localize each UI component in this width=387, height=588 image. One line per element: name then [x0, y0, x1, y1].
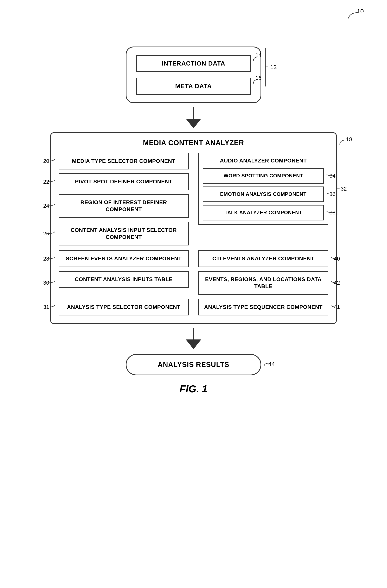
results-label: ANALYSIS RESULTS — [158, 361, 229, 369]
audio-analyzer-box: AUDIO ANALYZER COMPONENT WORD SPOTTING C… — [198, 153, 328, 225]
meta-data-box: META DATA — [136, 78, 251, 95]
region-label: REGION OF INTEREST DEFINER COMPONENT — [80, 199, 167, 212]
emotion-container: EMOTION ANALYSIS COMPONENT 36 — [203, 187, 324, 202]
content-inputs-table-label: CONTENT ANALYSIS INPUTS TABLE — [75, 276, 173, 282]
ref-10-curve — [346, 11, 362, 20]
analysis-type-sel-box: ANALYSIS TYPE SELECTOR COMPONENT — [59, 299, 189, 315]
ref-12: 12 — [271, 64, 277, 70]
analysis-type-seq-container: ANALYSIS TYPE SEQUENCER COMPONENT 41 — [198, 299, 328, 315]
content-input-box: CONTENT ANALYSIS INPUT SELECTOR COMPONEN… — [59, 222, 189, 246]
ref-32-container: 32 — [336, 153, 347, 225]
analysis-type-sel-container: 31 ANALYSIS TYPE SELECTOR COMPONENT — [59, 299, 189, 315]
events-regions-box: EVENTS, REGIONS, AND LOCATIONS DATA TABL… — [198, 271, 328, 295]
talk-container: TALK ANALYZER COMPONENT 38 — [203, 205, 324, 220]
arrow-shaft-2 — [193, 328, 194, 339]
ref-32-brace — [336, 160, 340, 218]
ref-41-curve — [330, 305, 338, 309]
content-inputs-table-box: CONTENT ANALYSIS INPUTS TABLE — [59, 271, 189, 288]
screen-events-container: 28 SCREEN EVENTS ANALYZER COMPONENT — [59, 250, 189, 267]
audio-analyzer-title: AUDIO ANALYZER COMPONENT — [203, 157, 324, 164]
region-box: REGION OF INTEREST DEFINER COMPONENT — [59, 194, 189, 218]
ref-42-curve — [330, 280, 338, 285]
ref-32: 32 — [341, 186, 347, 192]
bottom-grid: 28 SCREEN EVENTS ANALYZER COMPONENT CTI … — [59, 250, 328, 315]
ref-26-curve — [46, 231, 56, 236]
results-container: ANALYSIS RESULTS 44 — [126, 353, 261, 375]
main-analyzer-box: MEDIA CONTENT ANALYZER 20 MEDIA TYPE SEL… — [50, 132, 337, 324]
arrow-head-1 — [186, 119, 201, 128]
page-container: 10 INTERACTION DATA 14 META DATA 16 — [0, 0, 387, 588]
ref-30-curve — [46, 280, 56, 286]
pivot-spot-container: 22 PIVOT SPOT DEFINER COMPONENT — [59, 173, 189, 190]
screen-events-label: SCREEN EVENTS ANALYZER COMPONENT — [66, 255, 182, 262]
events-regions-container: EVENTS, REGIONS, AND LOCATIONS DATA TABL… — [198, 271, 328, 295]
ref-31-curve — [46, 304, 56, 310]
ref-40-curve — [330, 256, 338, 261]
ref-12-group: 12 — [264, 46, 277, 88]
main-analyzer-container: MEDIA CONTENT ANALYZER 20 MEDIA TYPE SEL… — [50, 132, 337, 324]
cti-label: CTI EVENTS ANALYZER COMPONENT — [213, 255, 314, 262]
arrow-head-2 — [186, 339, 201, 349]
analysis-type-seq-box: ANALYSIS TYPE SEQUENCER COMPONENT — [198, 299, 328, 315]
pivot-spot-box: PIVOT SPOT DEFINER COMPONENT — [59, 173, 189, 190]
ref-14-curve — [252, 56, 260, 62]
ref-28-curve — [46, 256, 56, 262]
talk-label: TALK ANALYZER COMPONENT — [225, 210, 302, 215]
ref-18-curve — [339, 139, 348, 146]
ref-22-curve — [46, 179, 56, 185]
word-spotting-label: WORD SPOTTING COMPONENT — [224, 173, 303, 179]
ref-32-group: 32 — [336, 160, 347, 218]
fig-label: FIG. 1 — [179, 383, 208, 395]
word-spotting-box: WORD SPOTTING COMPONENT — [203, 168, 324, 184]
ref-20-curve — [46, 158, 56, 164]
left-column: 20 MEDIA TYPE SELECTOR COMPONENT 22 — [59, 153, 189, 245]
ref-12-container: 12 — [264, 31, 277, 103]
emotion-label: EMOTION ANALYSIS COMPONENT — [220, 191, 307, 197]
ref-24-curve — [46, 203, 56, 209]
ref-12-brace-svg — [264, 46, 269, 88]
ref-16-curve — [252, 79, 260, 84]
interaction-data-container: INTERACTION DATA 14 — [136, 55, 251, 72]
media-type-label: MEDIA TYPE SELECTOR COMPONENT — [72, 158, 175, 164]
media-type-container: 20 MEDIA TYPE SELECTOR COMPONENT — [59, 153, 189, 169]
audio-analyzer-container: AUDIO ANALYZER COMPONENT WORD SPOTTING C… — [198, 153, 328, 225]
content-inputs-table-container: 30 CONTENT ANALYSIS INPUTS TABLE — [59, 271, 189, 295]
media-type-selector-box: MEDIA TYPE SELECTOR COMPONENT — [59, 153, 189, 169]
content-input-container: 26 CONTENT ANALYSIS INPUT SELECTOR COMPO… — [59, 222, 189, 246]
ref-38-curve — [326, 210, 333, 215]
arrow-shaft-1 — [193, 107, 194, 119]
analysis-type-seq-label: ANALYSIS TYPE SEQUENCER COMPONENT — [204, 304, 323, 310]
arrow-to-analyzer — [186, 107, 201, 128]
cti-box: CTI EVENTS ANALYZER COMPONENT — [198, 250, 328, 267]
word-spotting-container: WORD SPOTTING COMPONENT 34 — [203, 168, 324, 184]
events-regions-label: EVENTS, REGIONS, AND LOCATIONS DATA TABL… — [205, 276, 322, 289]
meta-data-container: META DATA 16 — [136, 78, 251, 95]
meta-data-label: META DATA — [175, 83, 212, 90]
data-group-box: INTERACTION DATA 14 META DATA 16 — [126, 46, 261, 103]
interaction-data-label: INTERACTION DATA — [162, 60, 225, 67]
interaction-data-box: INTERACTION DATA — [136, 55, 251, 72]
results-box: ANALYSIS RESULTS — [126, 354, 261, 375]
content-input-label: CONTENT ANALYSIS INPUT SELECTOR COMPONEN… — [71, 227, 177, 240]
ref-34-curve — [326, 173, 333, 178]
data-group-container: INTERACTION DATA 14 META DATA 16 — [126, 31, 261, 103]
emotion-box: EMOTION ANALYSIS COMPONENT — [203, 187, 324, 202]
ref-36-curve — [326, 192, 333, 197]
main-analyzer-title: MEDIA CONTENT ANALYZER — [59, 139, 328, 147]
region-container: 24 REGION OF INTEREST DEFINER COMPONENT — [59, 194, 189, 218]
screen-events-box: SCREEN EVENTS ANALYZER COMPONENT — [59, 250, 189, 267]
cti-container: CTI EVENTS ANALYZER COMPONENT 40 — [198, 250, 328, 267]
arrow-to-results — [186, 328, 201, 349]
ref-44-curve — [263, 361, 272, 367]
audio-inner: WORD SPOTTING COMPONENT 34 EMOTION — [203, 168, 324, 220]
analysis-type-sel-label: ANALYSIS TYPE SELECTOR COMPONENT — [67, 304, 180, 310]
pivot-spot-label: PIVOT SPOT DEFINER COMPONENT — [75, 179, 172, 185]
top-grid: 20 MEDIA TYPE SELECTOR COMPONENT 22 — [59, 153, 328, 245]
talk-box: TALK ANALYZER COMPONENT — [203, 205, 324, 220]
